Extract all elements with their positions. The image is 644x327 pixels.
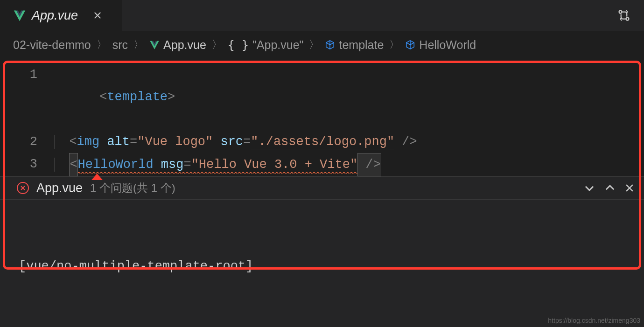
close-icon[interactable]	[93, 11, 102, 20]
problems-body[interactable]: [vue/no-multiple-template-root] The temp…	[0, 200, 644, 327]
close-icon[interactable]	[624, 183, 635, 193]
braces-icon: { }	[228, 38, 249, 52]
error-caret-icon	[91, 174, 103, 180]
error-icon	[17, 182, 29, 194]
breadcrumb-item[interactable]: src	[112, 38, 128, 52]
chevron-right-icon: 〉	[212, 38, 222, 52]
chevron-right-icon: 〉	[309, 38, 319, 52]
tab-bar: App.vue	[0, 0, 644, 31]
tab-app-vue[interactable]: App.vue	[0, 0, 122, 31]
vue-icon	[13, 9, 26, 22]
problems-header: App.vue 1 个问题(共 1 个)	[0, 177, 644, 200]
watermark: https://blog.csdn.net/zimeng303	[548, 317, 640, 324]
breadcrumb-item[interactable]: HelloWorld	[405, 38, 476, 52]
code-line[interactable]: 3 <HelloWorld msg="Hello Vue 3.0 + Vite"…	[0, 153, 644, 176]
breadcrumb-item[interactable]: { } "App.vue"	[228, 38, 304, 52]
cursor-left: <	[69, 153, 77, 176]
breadcrumb: 02-vite-demmo 〉 src 〉 App.vue 〉 { } "App…	[0, 31, 644, 59]
chevron-up-icon[interactable]	[604, 182, 616, 194]
cube-icon	[325, 40, 335, 50]
tab-actions	[617, 8, 644, 22]
code-line[interactable]: 1 <template>	[0, 63, 644, 131]
chevron-right-icon: 〉	[389, 38, 399, 52]
problems-rule: [vue/no-multiple-template-root]	[19, 255, 627, 278]
cube-icon	[405, 40, 415, 50]
tab-title: App.vue	[32, 8, 78, 23]
breadcrumb-item[interactable]: App.vue	[149, 38, 206, 52]
code-line[interactable]: 2 <img alt="Vue logo" src="./assets/logo…	[0, 131, 644, 153]
chevron-down-icon[interactable]	[583, 182, 595, 194]
problems-panel: App.vue 1 个问题(共 1 个) [vue/no-multiple-te…	[0, 176, 644, 327]
cursor-right: />	[357, 153, 381, 176]
editor[interactable]: 1 <template> 2 <img alt="Vue logo" src="…	[0, 59, 644, 176]
line-number: 3	[0, 153, 54, 175]
line-number: 2	[0, 131, 54, 153]
breadcrumb-item[interactable]: 02-vite-demmo	[13, 38, 91, 52]
problems-count: 1 个问题(共 1 个)	[90, 181, 175, 195]
git-compare-icon[interactable]	[617, 8, 631, 22]
svg-point-0	[619, 11, 622, 14]
vue-icon	[149, 40, 160, 50]
chevron-right-icon: 〉	[97, 38, 107, 52]
chevron-right-icon: 〉	[133, 38, 144, 52]
line-number: 1	[0, 63, 54, 86]
problems-file[interactable]: App.vue	[36, 181, 83, 195]
svg-point-1	[626, 18, 629, 21]
breadcrumb-item[interactable]: template	[325, 38, 384, 52]
